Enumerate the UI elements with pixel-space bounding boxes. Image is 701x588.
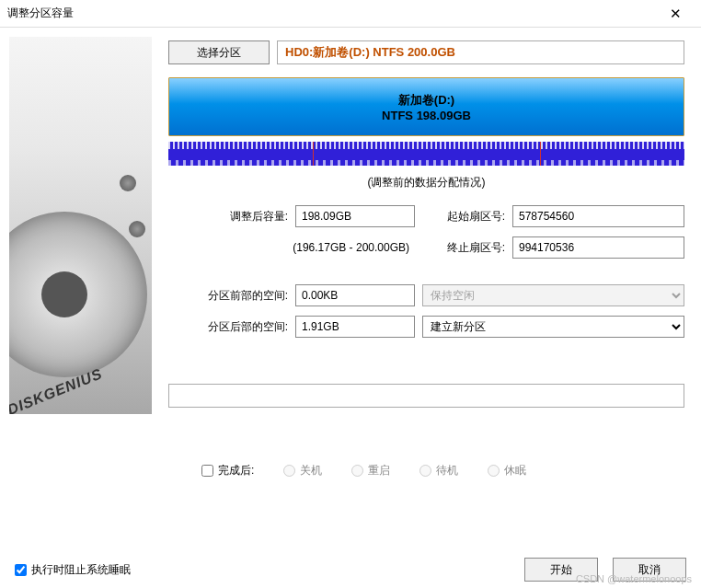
checkbox-prevent-sleep-input[interactable] — [15, 564, 27, 576]
label-after-size: 调整后容量: — [168, 209, 288, 225]
checkbox-on-complete-input[interactable] — [201, 465, 213, 477]
label-end-sector: 终止扇区号: — [422, 240, 505, 256]
selected-partition-display: HD0:新加卷(D:) NTFS 200.0GB — [277, 40, 684, 64]
select-partition-button[interactable]: 选择分区 — [168, 40, 270, 64]
title-bar: 调整分区容量 ✕ — [0, 0, 701, 28]
partition-visual[interactable]: 新加卷(D:) NTFS 198.09GB — [168, 77, 684, 136]
input-after-size[interactable] — [295, 205, 415, 227]
radio-shutdown: 关机 — [283, 463, 322, 478]
label-start-sector: 起始扇区号: — [422, 209, 505, 225]
progress-bar — [168, 384, 684, 408]
label-space-after: 分区后部的空间: — [168, 319, 288, 335]
input-start-sector[interactable] — [512, 205, 684, 227]
partition-visual-name: 新加卷(D:) — [398, 92, 454, 109]
range-note: (196.17GB - 200.00GB) — [168, 241, 415, 254]
usage-bar — [168, 142, 684, 166]
select-space-before-action: 保持空闲 — [422, 284, 684, 306]
input-space-before[interactable] — [295, 284, 415, 306]
checkbox-on-complete[interactable]: 完成后: — [201, 463, 254, 478]
caption-text: (调整前的数据分配情况) — [168, 175, 684, 190]
label-space-before: 分区前部的空间: — [168, 288, 288, 304]
checkbox-prevent-sleep[interactable]: 执行时阻止系统睡眠 — [15, 562, 510, 578]
sidebar-image: DISKGENIUS — [9, 37, 152, 414]
radio-hibernate: 休眠 — [488, 463, 526, 478]
radio-restart: 重启 — [351, 463, 390, 478]
partition-visual-size: NTFS 198.09GB — [382, 109, 471, 122]
input-end-sector[interactable] — [512, 236, 684, 259]
window-title: 调整分区容量 — [7, 6, 657, 21]
select-space-after-action[interactable]: 建立新分区 — [422, 316, 684, 338]
input-space-after[interactable] — [295, 316, 415, 338]
close-button[interactable]: ✕ — [657, 1, 694, 27]
radio-standby: 待机 — [419, 463, 458, 478]
watermark-text: CSDN @watermelonoops — [576, 573, 692, 584]
